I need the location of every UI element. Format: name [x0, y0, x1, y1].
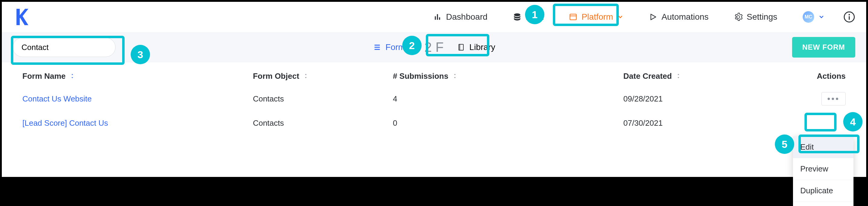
sort-icon: [303, 73, 309, 79]
tab-library-label: Library: [469, 43, 495, 52]
nav-platform[interactable]: Platform: [562, 8, 630, 26]
avatar: MC: [803, 11, 814, 23]
sort-icon: [675, 73, 682, 79]
date-created-cell: 07/30/2021: [623, 119, 796, 128]
th-form-name-label: Form Name: [22, 72, 66, 81]
nav-settings[interactable]: Settings: [727, 8, 784, 26]
th-actions-label: Actions: [817, 72, 846, 81]
actions-cell: •••: [822, 92, 846, 105]
th-date-created-label: Date Created: [623, 72, 672, 81]
th-actions: Actions: [817, 72, 846, 81]
nav-data-label: Data: [526, 12, 544, 22]
search-wrap: [13, 37, 116, 57]
info-icon[interactable]: [843, 11, 855, 23]
th-form-object-label: Form Object: [253, 72, 299, 81]
nav-automations-label: Automations: [661, 12, 709, 22]
browser-icon: [569, 13, 577, 21]
chevron-down-icon: [818, 14, 825, 20]
sub-nav: 2 F Forms Library NEW FORM: [2, 32, 866, 62]
sort-icon: [452, 73, 459, 79]
tab-forms[interactable]: Forms: [366, 37, 417, 57]
tab-library[interactable]: Library: [450, 37, 503, 57]
menu-item-edit[interactable]: Edit: [793, 136, 854, 158]
subnav-tabs: Forms Library: [366, 37, 503, 57]
th-submissions[interactable]: # Submissions: [393, 72, 623, 81]
nav-automations[interactable]: Automations: [642, 8, 715, 26]
form-object-cell: Contacts: [253, 119, 393, 128]
new-form-button[interactable]: NEW FORM: [792, 37, 855, 57]
logo[interactable]: [13, 8, 31, 26]
th-form-object[interactable]: Form Object: [253, 72, 393, 81]
search-input[interactable]: [22, 43, 120, 52]
gear-icon: [734, 13, 743, 21]
bar-chart-icon: [433, 13, 442, 21]
nav-data[interactable]: Data: [506, 8, 550, 26]
form-object-cell: Contacts: [253, 94, 393, 104]
top-nav: Dashboard Data Platform Automations: [2, 2, 866, 32]
nav-dashboard[interactable]: Dashboard: [427, 8, 494, 26]
book-icon: [457, 43, 465, 51]
svg-rect-4: [849, 16, 849, 20]
chevron-down-icon: [617, 14, 623, 20]
menu-item-preview[interactable]: Preview: [793, 158, 854, 180]
nav-platform-label: Platform: [582, 12, 613, 22]
nav-dashboard-label: Dashboard: [446, 12, 488, 22]
th-submissions-label: # Submissions: [393, 72, 448, 81]
forms-table: Form Name Form Object # Submissions Date…: [10, 62, 858, 169]
database-icon: [513, 13, 521, 21]
submissions-cell: 0: [393, 119, 623, 128]
table-row: [Lead Score] Contact Us Contacts 0 07/30…: [22, 111, 846, 135]
form-name-link[interactable]: [Lead Score] Contact Us: [22, 119, 253, 128]
nav-user-menu[interactable]: MC: [796, 7, 831, 27]
menu-item-duplicate[interactable]: Duplicate: [793, 180, 854, 202]
table-header-row: Form Name Form Object # Submissions Date…: [22, 66, 846, 87]
date-created-cell: 09/28/2021: [623, 94, 796, 104]
actions-menu: Edit Preview Duplicate Delete: [793, 136, 854, 206]
svg-rect-10: [459, 44, 463, 50]
submissions-cell: 4: [393, 94, 623, 104]
logo-k-icon: [15, 9, 28, 25]
th-date-created[interactable]: Date Created: [623, 72, 796, 81]
tab-forms-label: Forms: [385, 43, 409, 52]
app-window: Dashboard Data Platform Automations: [0, 0, 868, 179]
table-row: Contact Us Website Contacts 4 09/28/2021…: [22, 87, 846, 111]
svg-point-3: [849, 14, 850, 16]
svg-rect-0: [570, 14, 576, 20]
sort-asc-icon: [69, 73, 76, 79]
list-icon: [373, 43, 381, 51]
nav-settings-label: Settings: [747, 12, 777, 22]
th-form-name[interactable]: Form Name: [22, 72, 253, 81]
play-triangle-icon: [649, 13, 657, 21]
form-name-link[interactable]: Contact Us Website: [22, 94, 253, 104]
row-actions-button[interactable]: •••: [822, 92, 846, 105]
menu-item-delete[interactable]: Delete: [793, 202, 854, 206]
